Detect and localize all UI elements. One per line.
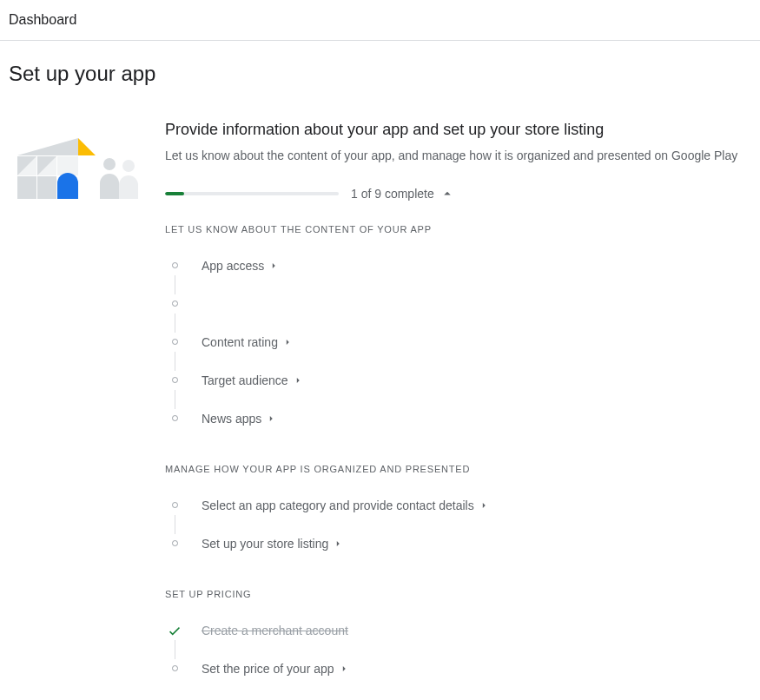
svg-rect-5: [57, 156, 78, 175]
task-status-todo-icon: [165, 371, 184, 390]
task-status-todo-icon: [165, 659, 184, 678]
chevron-right-icon: [332, 538, 344, 550]
illustration-column: [9, 121, 165, 700]
svg-point-9: [103, 158, 116, 170]
task-status-done-icon: [165, 621, 184, 640]
svg-marker-6: [78, 138, 96, 155]
task-groups: LET US KNOW ABOUT THE CONTENT OF YOUR AP…: [165, 224, 751, 688]
chevron-right-icon: [281, 336, 294, 348]
circle-icon: [172, 300, 178, 307]
svg-point-10: [122, 160, 135, 172]
task-item[interactable]: Set up your store listing: [165, 525, 751, 563]
chevron-right-icon: [265, 413, 277, 425]
task-label: Set up your store listing: [202, 537, 328, 551]
chevron-right-icon: [338, 663, 350, 675]
task-list: Select an app category and provide conta…: [165, 486, 751, 563]
task-list: App accessContent ratingTarget audienceN…: [165, 247, 751, 438]
check-icon: [167, 623, 182, 638]
progress-bar: [165, 192, 184, 195]
task-list: Create a merchant accountSet the price o…: [165, 611, 751, 688]
circle-icon: [172, 665, 178, 671]
circle-icon: [172, 262, 178, 268]
task-group-header: MANAGE HOW YOUR APP IS ORGANIZED AND PRE…: [165, 464, 751, 474]
task-status-todo-icon: [165, 534, 184, 553]
task-label: Target audience: [202, 373, 288, 387]
chevron-right-icon: [268, 260, 280, 272]
page-header: Dashboard: [0, 0, 760, 41]
task-status-todo-icon: [165, 294, 184, 314]
circle-icon: [172, 502, 178, 508]
content-row: Provide information about your app and s…: [0, 95, 760, 700]
task-label: App access: [202, 259, 264, 273]
task-group-header: SET UP PRICING: [165, 589, 751, 599]
task-status-todo-icon: [165, 409, 184, 428]
task-item[interactable]: Set the price of your app: [165, 650, 751, 688]
task-status-todo-icon: [165, 496, 184, 515]
chevron-right-icon: [292, 374, 304, 386]
card-title: Provide information about your app and s…: [165, 121, 751, 139]
svg-marker-0: [17, 138, 78, 155]
chevron-up-icon[interactable]: [439, 186, 455, 201]
task-item[interactable]: Target audience: [165, 361, 751, 400]
task-item[interactable]: Content rating: [165, 323, 751, 361]
task-status-todo-icon: [165, 256, 184, 275]
task-label: Set the price of your app: [202, 662, 334, 676]
task-item[interactable]: News apps: [165, 400, 751, 438]
setup-illustration-icon: [9, 129, 139, 199]
task-item[interactable]: App access: [165, 247, 751, 285]
task-item: [165, 285, 751, 323]
task-group-header: LET US KNOW ABOUT THE CONTENT OF YOUR AP…: [165, 224, 751, 234]
circle-icon: [172, 415, 178, 421]
main-column: Provide information about your app and s…: [165, 121, 751, 700]
task-label: Select an app category and provide conta…: [202, 499, 474, 512]
progress-label: 1 of 9 complete: [351, 187, 434, 201]
circle-icon: [172, 540, 178, 546]
progress-track: [165, 192, 339, 195]
task-label: Create a merchant account: [202, 624, 348, 637]
task-label: News apps: [202, 412, 261, 426]
circle-icon: [172, 339, 178, 345]
section-title: Set up your app: [0, 41, 760, 95]
page-title: Dashboard: [9, 12, 751, 28]
progress-row[interactable]: 1 of 9 complete: [165, 186, 751, 201]
task-item: Create a merchant account: [165, 611, 751, 650]
section-heading: Set up your app: [9, 62, 751, 86]
task-label: Content rating: [202, 335, 278, 349]
task-item[interactable]: Select an app category and provide conta…: [165, 486, 751, 525]
card-subtitle: Let us know about the content of your ap…: [165, 148, 751, 165]
circle-icon: [172, 377, 178, 383]
chevron-right-icon: [478, 499, 490, 512]
svg-rect-7: [37, 176, 56, 199]
svg-rect-8: [17, 176, 36, 199]
task-status-todo-icon: [165, 333, 184, 352]
